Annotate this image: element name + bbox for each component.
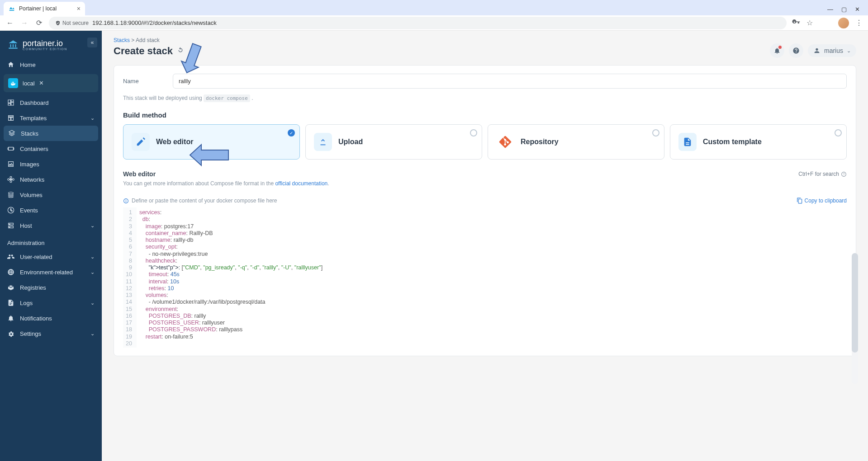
forward-icon[interactable]: → [20,19,29,27]
compose-editor[interactable]: 1234567891011121314151617181920 services… [123,207,847,348]
sidebar-item-events[interactable]: Events [0,202,102,218]
logs-icon [7,299,14,306]
method-upload[interactable]: Upload [305,124,482,160]
doc-link[interactable]: official documentation [275,180,327,187]
sidebar-item-images[interactable]: Images [0,156,102,172]
browser-tabstrip: Portainer | local × — ▢ ✕ [0,0,868,15]
sidebar-item-volumes[interactable]: Volumes [0,187,102,202]
environment-related-icon [7,268,14,276]
help-icon [792,47,800,54]
env-close-icon[interactable]: × [39,79,43,87]
bookmark-star-icon[interactable]: ☆ [806,19,813,27]
chevron-down-icon: ⌄ [90,331,95,337]
portainer-logo-icon [7,39,19,51]
sidebar-item-networks[interactable]: Networks [0,172,102,187]
sidebar-item-home[interactable]: Home [0,57,102,72]
template-icon [678,133,697,151]
user-icon [813,47,821,54]
build-method-heading: Build method [123,111,847,119]
sidebar-collapse-button[interactable]: « [87,38,97,47]
browser-toolbar: ← → ⟳ Not secure ☆ ⋮ [0,15,868,31]
upload-icon [314,133,332,151]
main-content: Stacks > Add stack Create stack [102,31,868,461]
code-content[interactable]: services: db: image: postgres:17 contain… [137,207,847,348]
settings-icon [7,330,14,337]
dashboard-icon [7,99,14,106]
breadcrumb-root[interactable]: Stacks [114,37,130,43]
chevron-down-icon: ⌄ [90,269,95,275]
chevron-down-icon: ⌄ [90,254,95,260]
chevron-down-icon: ⌄ [90,223,95,229]
notification-badge [778,46,782,49]
sidebar-item-environment-related[interactable]: Environment-related⌄ [0,264,102,280]
tab-title: Portainer | local [19,5,57,12]
close-tab-icon[interactable]: × [77,5,81,12]
name-label: Name [123,78,164,85]
user-related-icon [7,253,14,260]
sidebar-admin-heading: Administration [0,233,102,249]
back-icon[interactable]: ← [5,19,14,27]
scrollbar-thumb[interactable] [852,253,858,353]
chevron-down-icon: ⌄ [90,300,95,306]
copy-to-clipboard-button[interactable]: Copy to clipboard [797,198,847,204]
sidebar-item-host[interactable]: Host⌄ [0,218,102,233]
deploy-hint: This stack will be deployed using docker… [123,95,847,101]
tab-favicon [8,5,15,12]
sidebar-item-settings[interactable]: Settings⌄ [0,326,102,341]
password-key-icon[interactable] [792,18,800,28]
address-bar[interactable]: Not secure [49,17,787,29]
sidebar-item-containers[interactable]: Containers [0,141,102,156]
search-hint: Ctrl+F for search ? [798,171,847,177]
sidebar-item-stacks[interactable]: Stacks [4,126,98,141]
radio-selected-icon [288,129,295,136]
sidebar-item-logs[interactable]: Logs⌄ [0,295,102,310]
minimize-icon[interactable]: — [827,6,833,13]
refresh-icon[interactable] [176,46,185,56]
copy-icon [797,198,803,204]
help-button[interactable] [789,43,803,58]
radio-icon [470,129,477,136]
help-icon: ? [841,171,847,177]
page-title: Create stack [114,45,185,57]
docker-icon [8,78,18,88]
host-icon [7,222,14,229]
volumes-icon [7,191,14,198]
browser-tab[interactable]: Portainer | local × [4,2,85,15]
sidebar-item-registries[interactable]: Registries [0,280,102,295]
security-chip[interactable]: Not secure [55,20,89,26]
sidebar-environment[interactable]: local × [4,74,98,92]
sidebar-item-dashboard[interactable]: Dashboard [0,95,102,110]
sidebar-item-templates[interactable]: Templates⌄ [0,110,102,126]
breadcrumb: Stacks > Add stack [114,37,185,43]
profile-avatar-icon[interactable] [838,18,849,28]
sidebar-item-user-related[interactable]: User-related⌄ [0,249,102,264]
chevron-down-icon: ⌄ [847,48,851,54]
user-menu[interactable]: marius ⌄ [808,44,856,57]
close-window-icon[interactable]: ✕ [855,6,860,13]
scrollbar[interactable] [852,253,858,384]
brand-name: portainer.io [23,39,67,47]
templates-icon [7,114,14,122]
editor-heading: Web editor [123,170,156,178]
reload-icon[interactable]: ⟳ [34,19,43,27]
radio-icon [835,129,842,136]
sidebar-item-notifications[interactable]: Notifications [0,310,102,326]
brand-edition: COMMUNITY EDITION [23,47,67,51]
maximize-icon[interactable]: ▢ [841,6,847,13]
images-icon [7,160,14,168]
containers-icon [7,145,14,152]
web-editor-icon [132,133,150,151]
url-input[interactable] [92,19,780,26]
stacks-icon [8,130,15,137]
stack-name-input[interactable] [173,74,847,89]
line-gutter: 1234567891011121314151617181920 [123,207,137,348]
method-repository[interactable]: Repository [488,124,664,160]
notifications-button[interactable] [770,43,784,58]
sidebar: « portainer.io COMMUNITY EDITION Home lo… [0,31,102,461]
browser-menu-icon[interactable]: ⋮ [855,19,863,27]
method-custom-template[interactable]: Custom template [670,124,847,160]
brand-logo[interactable]: portainer.io COMMUNITY EDITION [0,31,102,57]
breadcrumb-leaf: Add stack [136,37,160,43]
method-web-editor[interactable]: Web editor [123,124,300,160]
registries-icon [7,284,14,291]
